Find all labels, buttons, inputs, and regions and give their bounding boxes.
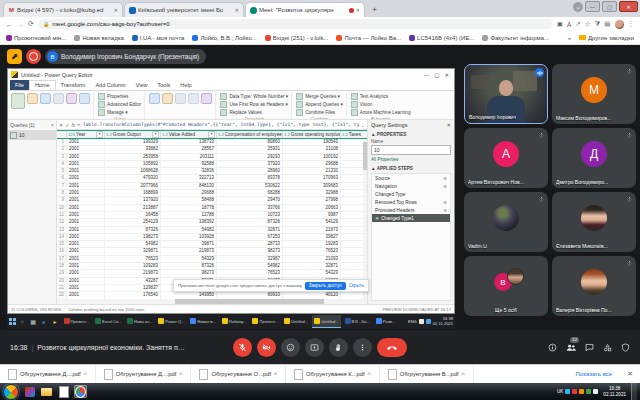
status-profiling[interactable]: Column profiling based on top 1000 rows [68, 307, 144, 312]
participant-tile[interactable]: ААртем Вікторович Нов... [464, 128, 548, 188]
download-item[interactable]: Обгрунтування Д....pdf^ [0, 365, 96, 383]
column-header[interactable]: 1.2Value Added▾ [161, 131, 217, 138]
commit-formula-icon[interactable]: ✓ [65, 122, 69, 128]
applied-step[interactable]: Navigation⚙ [372, 182, 450, 190]
bookmarks-overflow-icon[interactable]: » [568, 35, 571, 41]
pq-maximize-icon[interactable]: ▢ [434, 72, 439, 78]
translate-icon[interactable]: A [567, 21, 571, 28]
participant-tile[interactable]: BЩе 5 осіб [464, 256, 548, 316]
gear-icon[interactable]: ⚙ [443, 184, 447, 189]
cancel-formula-icon[interactable]: ✕ [59, 122, 63, 128]
hide-banner-link[interactable]: Скрыть [349, 283, 364, 288]
ribbon-command[interactable]: Combine Files [296, 109, 343, 116]
close-downloads-icon[interactable]: ✕ [620, 365, 640, 383]
tab-close-icon[interactable]: ✕ [356, 7, 360, 13]
stop-sharing-button[interactable]: Закрыть доступ [305, 282, 346, 290]
more-options-button[interactable] [353, 338, 372, 357]
menu-dots-icon[interactable]: ⋮ [628, 20, 635, 28]
horizontal-scrollbar[interactable] [57, 299, 367, 304]
gear-icon[interactable]: ⚙ [443, 208, 447, 213]
pq-tab-help[interactable]: Help [175, 80, 196, 90]
participant-tile[interactable]: Vadim Li [464, 192, 548, 252]
column-header[interactable]: 123Year▾ [67, 131, 105, 138]
download-item[interactable]: Обгрунтування О...pdf^ [191, 365, 286, 383]
taskbar-window-button[interactable]: Power Q... [156, 315, 186, 328]
show-all-downloads-link[interactable]: Показать все [567, 365, 620, 383]
column-header[interactable]: 1.2Taxes▾ [341, 131, 367, 138]
download-menu-caret-icon[interactable]: ^ [462, 371, 465, 378]
download-menu-caret-icon[interactable]: ^ [84, 371, 87, 378]
download-item[interactable]: Обгрунтування К...pdf^ [286, 365, 380, 383]
ribbon-command[interactable]: Azure Machine Learning [351, 109, 411, 116]
pq-tab-add-column[interactable]: Add Column [90, 80, 130, 90]
manage-parameters-icon[interactable] [66, 93, 77, 104]
mic-muted-button[interactable] [233, 338, 252, 357]
ribbon-command[interactable]: Use First Row as Headers ▾ [220, 101, 288, 108]
forward-icon[interactable]: → [17, 21, 24, 28]
close-apply-icon[interactable] [11, 93, 25, 109]
participant-tile[interactable]: Єлизавета Миколаїв... [552, 192, 636, 252]
filter-dropdown-icon[interactable]: ▾ [96, 131, 103, 138]
search-icon[interactable]: ○ [18, 317, 27, 326]
column-header[interactable]: 1.2Gross Output▾ [105, 131, 161, 138]
pq-close-icon[interactable]: ✕ [444, 72, 449, 78]
taskbar-window-button[interactable]: Разв... [374, 315, 397, 328]
extensions-icon[interactable]: ⧩ [595, 20, 601, 28]
bookmark-item[interactable]: Почта — Лойко Ва... [336, 35, 401, 41]
choose-columns-icon[interactable] [149, 93, 160, 104]
task-view-icon[interactable]: ▦ [29, 317, 38, 326]
gear-icon[interactable]: ⚙ [443, 200, 447, 205]
taskbar-app-media-icon[interactable] [23, 385, 36, 398]
presentation-mode-icon[interactable]: ⬈ [7, 49, 22, 64]
maximize-button[interactable]: ▢ [602, 1, 617, 12]
bookmark-star-icon[interactable]: ☆ [585, 20, 591, 28]
close-button[interactable]: ✕ [619, 1, 638, 12]
meeting-details-icon[interactable] [548, 343, 557, 352]
participant-tile[interactable]: Володимир Ігорович [464, 64, 548, 124]
keep-rows-icon[interactable] [175, 93, 186, 104]
column-header[interactable]: 1.2Compensation of employees▾ [217, 131, 283, 138]
download-menu-caret-icon[interactable]: ^ [274, 371, 277, 378]
taskbar-window-button[interactable]: ВЗІ - Бо... [343, 315, 372, 328]
browser-tab[interactable]: MВхідні (4 597) - v.loiko@kubg.ed✕ [3, 2, 123, 17]
vertical-scrollbar[interactable] [363, 139, 367, 299]
bookmark-item[interactable]: LC5416B (4x4) (ИЕ... [409, 35, 474, 41]
ribbon-command[interactable]: Vision [351, 101, 411, 108]
presenter-lang[interactable]: ENG [408, 319, 417, 324]
ribbon-command[interactable]: Manage ▾ [98, 109, 141, 116]
explorer-icon[interactable]: ▸ [51, 317, 60, 326]
taskbar-window-button[interactable]: Новая в... [188, 315, 218, 328]
ribbon-command[interactable]: Replace Values [220, 109, 288, 116]
filter-dropdown-icon[interactable]: ▾ [208, 131, 215, 138]
collapse-pane-icon[interactable]: < [51, 122, 54, 128]
new-tab-button[interactable]: + [369, 4, 380, 15]
reactions-button[interactable] [281, 338, 300, 357]
end-call-button[interactable] [377, 338, 407, 357]
raise-hand-button[interactable] [329, 338, 348, 357]
profile-avatar[interactable] [615, 20, 624, 29]
back-icon[interactable]: ← [6, 21, 13, 28]
side-panel-icon[interactable]: ▤ [604, 20, 610, 28]
gear-icon[interactable]: ⚙ [443, 176, 447, 181]
bookmark-item[interactable]: Новая вкладка [74, 35, 123, 41]
bookmark-item[interactable]: Прожитковий мін... [6, 35, 66, 41]
delete-step-icon[interactable]: ✕ [375, 216, 379, 221]
applied-step[interactable]: Changed Type [372, 190, 450, 198]
people-icon[interactable]: 12 [566, 343, 576, 352]
close-settings-icon[interactable]: ✕ [446, 122, 451, 128]
taskbar-window-button[interactable]: Презент... [250, 315, 280, 328]
applied-step[interactable]: Removed Top Rows⚙ [372, 198, 450, 206]
refresh-preview-icon[interactable] [79, 93, 90, 104]
column-header[interactable]: 1.2Gross operating surplus▾ [283, 131, 341, 138]
taskbar-window-button[interactable]: Excel Со... [93, 315, 123, 328]
enter-data-icon[interactable] [53, 93, 64, 104]
tab-search-icon[interactable]: ⌄ [573, 2, 583, 12]
start-button[interactable] [3, 384, 19, 400]
ribbon-command[interactable]: Merge Queries ▾ [296, 93, 343, 100]
minimize-button[interactable]: — [585, 1, 600, 12]
participant-tile[interactable]: ММаксим Володимиров... [552, 64, 636, 124]
taskbar-window-button[interactable]: Untitled... [282, 315, 310, 328]
camera-off-button[interactable] [257, 338, 276, 357]
ribbon-command[interactable]: Append Queries ▾ [296, 101, 343, 108]
filter-dropdown-icon[interactable]: ▾ [152, 131, 159, 138]
